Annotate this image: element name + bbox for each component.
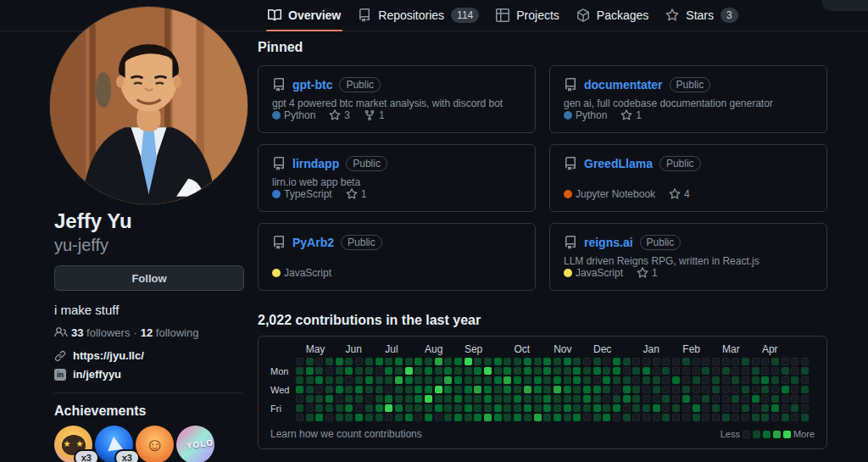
contribution-cell[interactable] [504, 414, 511, 421]
contribution-cell[interactable] [643, 358, 650, 365]
contribution-cell[interactable] [632, 376, 640, 384]
contribution-cell[interactable] [742, 395, 749, 403]
contribution-cell[interactable] [425, 404, 432, 412]
contribution-cell[interactable] [742, 367, 749, 375]
contribution-cell[interactable] [345, 358, 353, 365]
contribution-cell[interactable] [365, 386, 373, 393]
contribution-cell[interactable] [524, 367, 531, 375]
contribution-cell[interactable] [603, 367, 610, 375]
contribution-cell[interactable] [405, 376, 413, 384]
contribution-cell[interactable] [345, 414, 353, 421]
contribution-cell[interactable] [782, 367, 789, 375]
contribution-cell[interactable] [603, 376, 610, 384]
contribution-cell[interactable] [345, 386, 353, 393]
contribution-cell[interactable] [732, 395, 739, 403]
repo-stars[interactable]: 1 [637, 267, 658, 279]
contribution-cell[interactable] [593, 386, 601, 393]
contribution-cell[interactable] [365, 404, 373, 412]
followers-link[interactable]: 33 followers [71, 326, 130, 339]
contribution-cell[interactable] [465, 404, 472, 412]
contribution-cell[interactable] [306, 414, 314, 421]
contribution-cell[interactable] [415, 414, 422, 421]
contribution-cell[interactable] [583, 358, 591, 365]
contribution-cell[interactable] [682, 358, 690, 365]
tab-stars[interactable]: Stars3 [657, 0, 746, 31]
contribution-cell[interactable] [395, 386, 403, 393]
achievement-pull-shark[interactable]: x3 [95, 426, 133, 462]
contribution-cell[interactable] [653, 395, 660, 403]
contribution-cell[interactable] [771, 367, 779, 375]
contribution-cell[interactable] [336, 386, 343, 393]
contribution-cell[interactable] [732, 404, 739, 412]
contribution-cell[interactable] [554, 414, 561, 421]
contribution-cell[interactable] [435, 367, 442, 375]
contribution-cell[interactable] [465, 376, 472, 384]
repo-forks[interactable]: 1 [364, 109, 385, 121]
contribution-cell[interactable] [742, 358, 749, 365]
contribution-cell[interactable] [593, 404, 601, 412]
count-contributions-link[interactable]: Learn how we count contributions [270, 428, 422, 440]
contribution-cell[interactable] [791, 414, 798, 421]
contribution-cell[interactable] [712, 376, 720, 384]
contribution-cell[interactable] [385, 414, 392, 421]
contribution-cell[interactable] [504, 358, 511, 365]
contribution-cell[interactable] [573, 414, 581, 421]
contribution-cell[interactable] [564, 386, 571, 393]
contribution-cell[interactable] [296, 386, 303, 393]
repo-stars[interactable]: 1 [346, 188, 367, 200]
contribution-cell[interactable] [296, 404, 303, 412]
contribution-cell[interactable] [395, 367, 403, 375]
contribution-cell[interactable] [672, 414, 680, 421]
contribution-cell[interactable] [712, 395, 720, 403]
contribution-cell[interactable] [632, 395, 640, 403]
contribution-cell[interactable] [632, 367, 640, 375]
contribution-cell[interactable] [801, 358, 809, 365]
contribution-cell[interactable] [782, 376, 789, 384]
contribution-cell[interactable] [326, 358, 333, 365]
contribution-cell[interactable] [405, 358, 413, 365]
contribution-cell[interactable] [603, 386, 610, 393]
contribution-cell[interactable] [524, 414, 531, 421]
following-link[interactable]: 12 following [141, 326, 199, 339]
contribution-cell[interactable] [435, 395, 442, 403]
contribution-cell[interactable] [415, 367, 422, 375]
tab-overview[interactable]: Overview [259, 0, 349, 31]
contribution-cell[interactable] [672, 404, 680, 412]
contribution-cell[interactable] [543, 404, 551, 412]
contribution-cell[interactable] [722, 414, 730, 421]
contribution-cell[interactable] [771, 358, 779, 365]
contribution-cell[interactable] [425, 358, 432, 365]
contribution-cell[interactable] [801, 414, 809, 421]
contribution-cell[interactable] [702, 386, 709, 393]
contribution-cell[interactable] [494, 404, 502, 412]
contribution-cell[interactable] [385, 404, 392, 412]
contribution-cell[interactable] [771, 414, 779, 421]
contribution-cell[interactable] [494, 386, 502, 393]
contribution-cell[interactable] [444, 367, 452, 375]
contribution-cell[interactable] [524, 358, 531, 365]
contribution-cell[interactable] [345, 367, 353, 375]
tab-repositories[interactable]: Repositories114 [349, 0, 487, 31]
contribution-cell[interactable] [326, 414, 333, 421]
contribution-cell[interactable] [336, 404, 343, 412]
contribution-cell[interactable] [742, 404, 749, 412]
contribution-cell[interactable] [554, 386, 561, 393]
contribution-cell[interactable] [573, 358, 581, 365]
contribution-cell[interactable] [643, 386, 650, 393]
contribution-cell[interactable] [554, 358, 561, 365]
contribution-cell[interactable] [435, 376, 442, 384]
contribution-cell[interactable] [623, 386, 631, 393]
contribution-cell[interactable] [603, 404, 610, 412]
repo-link[interactable]: documentater [584, 78, 663, 92]
contribution-cell[interactable] [771, 386, 779, 393]
contribution-cell[interactable] [435, 404, 442, 412]
contribution-cell[interactable] [722, 358, 730, 365]
contribution-cell[interactable] [693, 395, 700, 403]
contribution-cell[interactable] [543, 367, 551, 375]
contribution-cell[interactable] [712, 404, 720, 412]
contribution-cell[interactable] [702, 367, 709, 375]
contribution-cell[interactable] [682, 404, 690, 412]
contribution-cell[interactable] [722, 367, 730, 375]
contribution-cell[interactable] [315, 358, 323, 365]
contribution-cell[interactable] [623, 395, 631, 403]
